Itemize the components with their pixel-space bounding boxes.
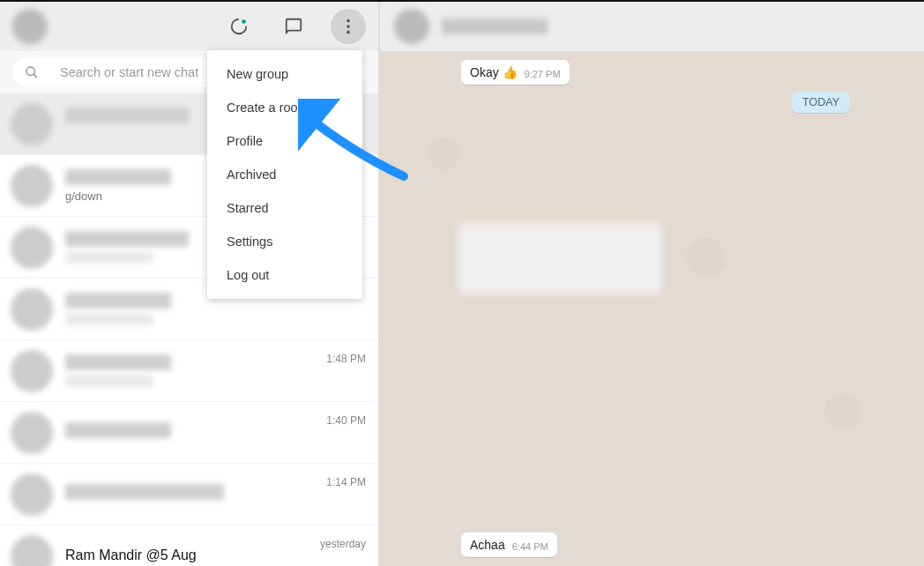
sidebar-header <box>0 2 378 51</box>
menu-create-room[interactable]: Create a room <box>207 91 362 124</box>
app-root: g/down 1:48 PM 1:40 PM <box>0 0 924 566</box>
redacted-message <box>458 223 661 294</box>
menu-logout[interactable]: Log out <box>207 258 362 292</box>
chat-time: yesterday <box>320 538 366 550</box>
chat-row[interactable]: 1:14 PM <box>0 464 378 525</box>
message-in[interactable]: Okay 👍 9:27 PM <box>461 60 570 85</box>
chat-time: 1:14 PM <box>326 476 366 488</box>
menu-new-group[interactable]: New group <box>207 57 362 91</box>
chat-row[interactable]: 1:40 PM <box>0 402 378 464</box>
chat-pane: Okay 👍 9:27 PM TODAY Achaa 6:44 PM <box>379 2 924 566</box>
my-avatar[interactable] <box>12 9 48 44</box>
new-chat-icon[interactable] <box>276 9 311 44</box>
svg-point-1 <box>242 19 245 23</box>
chat-row[interactable]: 1:48 PM <box>0 340 378 402</box>
chat-header <box>379 2 924 51</box>
message-in[interactable]: Achaa 6:44 PM <box>461 532 557 557</box>
svg-point-3 <box>346 25 350 28</box>
contact-name <box>442 19 548 34</box>
menu-starred[interactable]: Starred <box>207 191 362 225</box>
chat-name: Ram Mandir @5 Aug <box>65 547 308 563</box>
message-time: 6:44 PM <box>512 541 548 552</box>
svg-point-5 <box>26 67 34 75</box>
menu-icon[interactable] <box>331 9 366 44</box>
contact-avatar[interactable] <box>394 9 429 44</box>
chat-body: Okay 👍 9:27 PM TODAY Achaa 6:44 PM <box>379 51 924 566</box>
message-text: Achaa <box>470 538 505 552</box>
status-icon[interactable] <box>221 9 257 44</box>
menu-archived[interactable]: Archived <box>207 158 362 191</box>
svg-point-2 <box>346 19 350 23</box>
options-menu: New group Create a room Profile Archived… <box>207 50 362 299</box>
date-chip: TODAY <box>792 92 850 113</box>
chat-time: 1:40 PM <box>326 414 366 427</box>
message-text: Okay 👍 <box>470 65 518 79</box>
menu-profile[interactable]: Profile <box>207 124 362 158</box>
svg-line-6 <box>34 74 37 78</box>
svg-point-4 <box>346 31 350 34</box>
menu-settings[interactable]: Settings <box>207 225 362 258</box>
message-time: 9:27 PM <box>525 69 561 79</box>
chat-time: 1:48 PM <box>326 353 366 365</box>
chat-row[interactable]: Ram Mandir @5 Aug yesterday <box>0 525 378 566</box>
